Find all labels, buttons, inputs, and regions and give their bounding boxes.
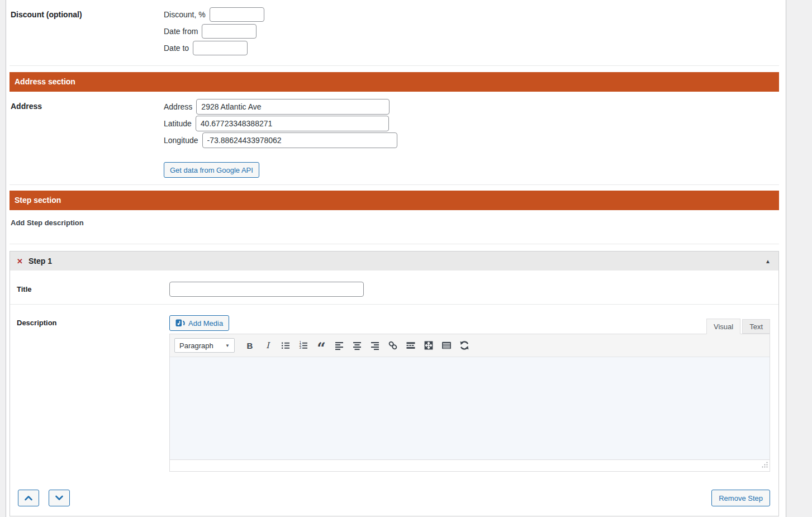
resize-grip-icon[interactable] (761, 461, 768, 470)
chevron-up-icon (24, 495, 33, 501)
read-more-icon (405, 340, 416, 351)
link-button[interactable] (384, 338, 401, 353)
address-section-header: Address section (10, 72, 779, 92)
toolbar-toggle-icon (441, 340, 452, 351)
add-media-button[interactable]: Add Media (169, 315, 229, 331)
remove-step-x-icon[interactable]: ✕ (17, 258, 23, 265)
discount-heading: Discount (optional) (10, 7, 164, 19)
numbered-list-icon: 1 2 3 (298, 340, 309, 351)
fullscreen-icon (423, 340, 434, 351)
step-footer: Remove Step (10, 472, 778, 516)
date-to-label: Date to (164, 44, 189, 53)
remove-step-button[interactable]: Remove Step (711, 490, 770, 506)
move-step-down-button[interactable] (49, 490, 70, 506)
step-section-description: Add Step description (10, 219, 779, 227)
divider (10, 244, 779, 244)
date-to-line: Date to (164, 41, 779, 55)
latitude-line: Latitude (164, 116, 779, 131)
street-label: Address (164, 102, 192, 111)
step-section-header: Step section (10, 191, 779, 210)
media-icon (175, 319, 185, 328)
divider (10, 184, 779, 185)
refresh-icon (459, 340, 470, 351)
step-title-input[interactable] (169, 282, 364, 297)
longitude-input[interactable] (202, 132, 397, 148)
collapse-triangle-icon[interactable]: ▲ (765, 258, 771, 264)
step-description-row: Description Add Media (10, 304, 778, 472)
refresh-button[interactable] (456, 338, 473, 353)
align-right-button[interactable] (367, 338, 383, 353)
align-right-icon (369, 340, 381, 351)
editor-top-bar: Add Media Visual Text (169, 315, 770, 334)
tab-text[interactable]: Text (742, 319, 770, 334)
blockquote-icon: “ (317, 346, 326, 352)
fullscreen-button[interactable] (420, 338, 437, 353)
move-step-up-button[interactable] (18, 490, 39, 506)
align-center-button[interactable] (349, 338, 365, 353)
italic-icon: I (266, 340, 269, 350)
toolbar-toggle-button[interactable] (438, 338, 455, 353)
bulleted-list-button[interactable] (277, 338, 294, 353)
move-buttons (18, 490, 70, 506)
discount-percent-line: Discount, % (164, 7, 779, 22)
address-fields: Address Latitude Longitude Get data from… (164, 99, 779, 178)
numbered-list-button[interactable]: 1 2 3 (295, 338, 312, 353)
step-header-bar[interactable]: ✕ Step 1 ▲ (10, 252, 778, 271)
align-left-icon (334, 340, 345, 351)
blockquote-button[interactable]: “ (313, 338, 330, 353)
address-row: Address Address Latitude Longitude Get d… (10, 99, 779, 178)
editor-mode-tabs: Visual Text (706, 319, 770, 334)
date-from-input[interactable] (202, 24, 257, 39)
chevron-down-icon (55, 495, 64, 501)
paragraph-format-label: Paragraph (179, 341, 213, 350)
wysiwyg-editor: Paragraph ▼ B I (169, 334, 770, 472)
tab-visual[interactable]: Visual (706, 319, 740, 334)
street-line: Address (164, 99, 779, 115)
street-input[interactable] (196, 99, 390, 115)
read-more-button[interactable] (402, 338, 419, 353)
editor-content-area[interactable] (170, 357, 770, 459)
title-field-col (169, 282, 770, 297)
date-from-line: Date from (164, 24, 779, 39)
address-group-label: Address (10, 99, 164, 111)
add-media-label: Add Media (188, 319, 223, 328)
italic-button[interactable]: I (259, 338, 276, 353)
dropdown-arrow-icon: ▼ (225, 343, 230, 348)
longitude-line: Longitude (164, 132, 779, 148)
latitude-label: Latitude (164, 119, 192, 128)
step-title-row: Title (10, 271, 778, 304)
align-center-icon (352, 340, 363, 351)
date-from-label: Date from (164, 27, 198, 36)
bold-button[interactable]: B (241, 338, 258, 353)
paragraph-format-dropdown[interactable]: Paragraph ▼ (174, 338, 235, 353)
google-api-button[interactable]: Get data from Google API (164, 162, 259, 178)
align-left-button[interactable] (331, 338, 348, 353)
svg-text:3: 3 (300, 345, 302, 349)
discount-percent-label: Discount, % (164, 10, 206, 19)
step-item: ✕ Step 1 ▲ Title Description (10, 251, 779, 516)
discount-row: Discount (optional) Discount, % Date fro… (10, 7, 779, 58)
latitude-input[interactable] (196, 116, 389, 131)
link-icon (387, 340, 398, 351)
date-to-input[interactable] (193, 41, 248, 55)
editor-toolbar: Paragraph ▼ B I (170, 334, 770, 357)
title-label: Title (17, 282, 169, 297)
longitude-label: Longitude (164, 136, 198, 145)
editor-statusbar (170, 459, 770, 471)
step-title-label: Step 1 (29, 257, 52, 265)
bulleted-list-icon (280, 340, 291, 351)
divider (10, 65, 779, 66)
discount-percent-input[interactable] (210, 7, 264, 22)
description-label: Description (17, 315, 169, 472)
editor-column: Add Media Visual Text Paragraph ▼ B (169, 315, 770, 472)
bold-icon: B (247, 341, 253, 350)
discount-fields: Discount, % Date from Date to (164, 7, 779, 58)
postbox-panel: Discount (optional) Discount, % Date fro… (6, 0, 786, 517)
